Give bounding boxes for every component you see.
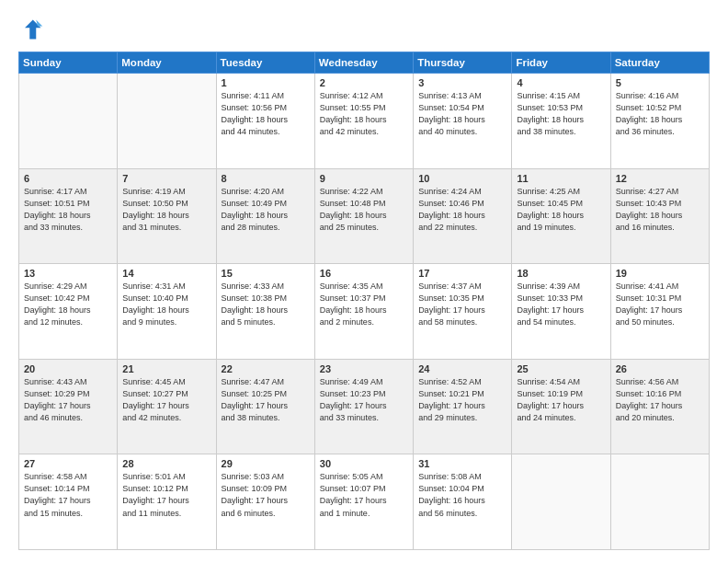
day-info: Sunrise: 4:13 AM Sunset: 10:54 PM Daylig… bbox=[418, 90, 506, 138]
day-number: 30 bbox=[320, 458, 408, 469]
calendar-cell: 29Sunrise: 5:03 AM Sunset: 10:09 PM Dayl… bbox=[216, 454, 314, 550]
calendar-cell: 9Sunrise: 4:22 AM Sunset: 10:48 PM Dayli… bbox=[314, 168, 413, 264]
week-row-4: 20Sunrise: 4:43 AM Sunset: 10:29 PM Dayl… bbox=[19, 359, 710, 454]
day-number: 4 bbox=[517, 77, 605, 88]
day-number: 22 bbox=[222, 363, 310, 374]
day-info: Sunrise: 4:17 AM Sunset: 10:51 PM Daylig… bbox=[24, 186, 112, 234]
day-info: Sunrise: 5:03 AM Sunset: 10:09 PM Daylig… bbox=[222, 471, 310, 519]
day-number: 29 bbox=[222, 458, 310, 469]
day-number: 28 bbox=[122, 458, 210, 469]
calendar-cell: 28Sunrise: 5:01 AM Sunset: 10:12 PM Dayl… bbox=[118, 454, 216, 550]
weekday-thursday: Thursday bbox=[414, 52, 512, 74]
calendar-table: SundayMondayTuesdayWednesdayThursdayFrid… bbox=[18, 52, 710, 550]
day-info: Sunrise: 4:52 AM Sunset: 10:21 PM Daylig… bbox=[418, 376, 506, 424]
day-number: 31 bbox=[418, 458, 506, 469]
day-info: Sunrise: 4:39 AM Sunset: 10:33 PM Daylig… bbox=[517, 281, 605, 328]
calendar-cell: 22Sunrise: 4:47 AM Sunset: 10:25 PM Dayl… bbox=[216, 359, 314, 454]
day-info: Sunrise: 4:24 AM Sunset: 10:46 PM Daylig… bbox=[418, 186, 506, 234]
calendar-cell: 6Sunrise: 4:17 AM Sunset: 10:51 PM Dayli… bbox=[19, 168, 118, 264]
day-number: 10 bbox=[418, 173, 506, 184]
day-info: Sunrise: 4:19 AM Sunset: 10:50 PM Daylig… bbox=[122, 186, 210, 234]
calendar-cell: 27Sunrise: 4:58 AM Sunset: 10:14 PM Dayl… bbox=[19, 454, 118, 550]
day-info: Sunrise: 4:20 AM Sunset: 10:49 PM Daylig… bbox=[222, 186, 310, 234]
weekday-header-row: SundayMondayTuesdayWednesdayThursdayFrid… bbox=[19, 52, 710, 74]
calendar-cell bbox=[118, 74, 216, 169]
day-info: Sunrise: 4:25 AM Sunset: 10:45 PM Daylig… bbox=[517, 186, 605, 234]
day-info: Sunrise: 5:05 AM Sunset: 10:07 PM Daylig… bbox=[320, 471, 408, 519]
calendar-cell: 11Sunrise: 4:25 AM Sunset: 10:45 PM Dayl… bbox=[512, 168, 610, 264]
calendar-cell: 8Sunrise: 4:20 AM Sunset: 10:49 PM Dayli… bbox=[216, 168, 314, 264]
day-number: 9 bbox=[320, 173, 408, 184]
calendar-cell: 14Sunrise: 4:31 AM Sunset: 10:40 PM Dayl… bbox=[118, 264, 216, 360]
day-number: 12 bbox=[616, 173, 704, 184]
calendar-cell: 15Sunrise: 4:33 AM Sunset: 10:38 PM Dayl… bbox=[216, 264, 314, 360]
day-info: Sunrise: 4:22 AM Sunset: 10:48 PM Daylig… bbox=[320, 186, 408, 234]
header bbox=[18, 17, 710, 42]
day-number: 14 bbox=[122, 268, 210, 279]
calendar-cell: 4Sunrise: 4:15 AM Sunset: 10:53 PM Dayli… bbox=[512, 74, 610, 169]
day-info: Sunrise: 4:54 AM Sunset: 10:19 PM Daylig… bbox=[517, 376, 605, 424]
day-number: 7 bbox=[122, 173, 210, 184]
day-number: 5 bbox=[616, 77, 704, 88]
day-number: 17 bbox=[418, 268, 506, 279]
calendar-cell bbox=[512, 454, 610, 550]
day-info: Sunrise: 4:11 AM Sunset: 10:56 PM Daylig… bbox=[222, 90, 310, 138]
weekday-tuesday: Tuesday bbox=[216, 52, 314, 74]
calendar-cell: 17Sunrise: 4:37 AM Sunset: 10:35 PM Dayl… bbox=[414, 264, 512, 360]
day-number: 11 bbox=[517, 173, 605, 184]
day-number: 18 bbox=[517, 268, 605, 279]
day-info: Sunrise: 4:47 AM Sunset: 10:25 PM Daylig… bbox=[222, 376, 310, 424]
calendar-cell: 30Sunrise: 5:05 AM Sunset: 10:07 PM Dayl… bbox=[314, 454, 413, 550]
day-info: Sunrise: 4:29 AM Sunset: 10:42 PM Daylig… bbox=[24, 281, 112, 328]
calendar-cell: 10Sunrise: 4:24 AM Sunset: 10:46 PM Dayl… bbox=[414, 168, 512, 264]
day-info: Sunrise: 4:35 AM Sunset: 10:37 PM Daylig… bbox=[320, 281, 408, 328]
day-info: Sunrise: 5:08 AM Sunset: 10:04 PM Daylig… bbox=[418, 471, 506, 519]
day-info: Sunrise: 4:58 AM Sunset: 10:14 PM Daylig… bbox=[24, 471, 112, 519]
day-number: 26 bbox=[616, 363, 704, 374]
day-info: Sunrise: 5:01 AM Sunset: 10:12 PM Daylig… bbox=[122, 471, 210, 519]
calendar-cell: 7Sunrise: 4:19 AM Sunset: 10:50 PM Dayli… bbox=[118, 168, 216, 264]
calendar-cell: 20Sunrise: 4:43 AM Sunset: 10:29 PM Dayl… bbox=[19, 359, 118, 454]
logo bbox=[18, 17, 48, 42]
calendar-cell: 26Sunrise: 4:56 AM Sunset: 10:16 PM Dayl… bbox=[610, 359, 709, 454]
day-number: 19 bbox=[616, 268, 704, 279]
day-number: 16 bbox=[320, 268, 408, 279]
calendar-cell: 25Sunrise: 4:54 AM Sunset: 10:19 PM Dayl… bbox=[512, 359, 610, 454]
calendar-cell: 12Sunrise: 4:27 AM Sunset: 10:43 PM Dayl… bbox=[610, 168, 709, 264]
calendar-cell bbox=[610, 454, 709, 550]
day-info: Sunrise: 4:15 AM Sunset: 10:53 PM Daylig… bbox=[517, 90, 605, 138]
day-number: 2 bbox=[320, 77, 408, 88]
week-row-2: 6Sunrise: 4:17 AM Sunset: 10:51 PM Dayli… bbox=[19, 168, 710, 264]
day-number: 25 bbox=[517, 363, 605, 374]
calendar-cell: 21Sunrise: 4:45 AM Sunset: 10:27 PM Dayl… bbox=[118, 359, 216, 454]
weekday-wednesday: Wednesday bbox=[314, 52, 413, 74]
calendar-cell: 23Sunrise: 4:49 AM Sunset: 10:23 PM Dayl… bbox=[314, 359, 413, 454]
day-info: Sunrise: 4:31 AM Sunset: 10:40 PM Daylig… bbox=[122, 281, 210, 328]
day-info: Sunrise: 4:12 AM Sunset: 10:55 PM Daylig… bbox=[320, 90, 408, 138]
day-number: 24 bbox=[418, 363, 506, 374]
calendar-cell: 2Sunrise: 4:12 AM Sunset: 10:55 PM Dayli… bbox=[314, 74, 413, 169]
weekday-saturday: Saturday bbox=[610, 52, 709, 74]
day-number: 3 bbox=[418, 77, 506, 88]
day-info: Sunrise: 4:27 AM Sunset: 10:43 PM Daylig… bbox=[616, 186, 704, 234]
logo-icon bbox=[18, 17, 44, 42]
calendar-cell: 13Sunrise: 4:29 AM Sunset: 10:42 PM Dayl… bbox=[19, 264, 118, 360]
calendar-cell: 19Sunrise: 4:41 AM Sunset: 10:31 PM Dayl… bbox=[610, 264, 709, 360]
weekday-friday: Friday bbox=[512, 52, 610, 74]
day-number: 8 bbox=[222, 173, 310, 184]
day-number: 13 bbox=[24, 268, 112, 279]
day-number: 27 bbox=[24, 458, 112, 469]
day-info: Sunrise: 4:49 AM Sunset: 10:23 PM Daylig… bbox=[320, 376, 408, 424]
calendar-cell: 5Sunrise: 4:16 AM Sunset: 10:52 PM Dayli… bbox=[610, 74, 709, 169]
calendar-cell: 16Sunrise: 4:35 AM Sunset: 10:37 PM Dayl… bbox=[314, 264, 413, 360]
day-info: Sunrise: 4:41 AM Sunset: 10:31 PM Daylig… bbox=[616, 281, 704, 328]
calendar-cell: 31Sunrise: 5:08 AM Sunset: 10:04 PM Dayl… bbox=[414, 454, 512, 550]
week-row-3: 13Sunrise: 4:29 AM Sunset: 10:42 PM Dayl… bbox=[19, 264, 710, 360]
day-info: Sunrise: 4:45 AM Sunset: 10:27 PM Daylig… bbox=[122, 376, 210, 424]
day-info: Sunrise: 4:43 AM Sunset: 10:29 PM Daylig… bbox=[24, 376, 112, 424]
calendar-cell: 3Sunrise: 4:13 AM Sunset: 10:54 PM Dayli… bbox=[414, 74, 512, 169]
calendar-cell: 18Sunrise: 4:39 AM Sunset: 10:33 PM Dayl… bbox=[512, 264, 610, 360]
day-number: 1 bbox=[222, 77, 310, 88]
page: SundayMondayTuesdayWednesdayThursdayFrid… bbox=[0, 0, 728, 563]
day-info: Sunrise: 4:56 AM Sunset: 10:16 PM Daylig… bbox=[616, 376, 704, 424]
